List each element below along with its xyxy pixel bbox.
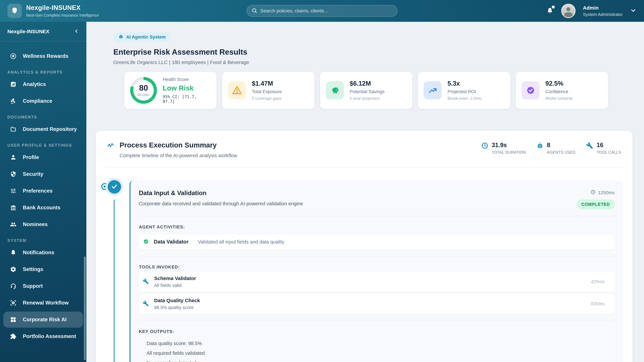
sidebar-item-label: Nominees bbox=[23, 221, 48, 227]
global-search[interactable] bbox=[246, 5, 398, 17]
user-role: System Administrator bbox=[583, 12, 622, 17]
stat-sub: Model certainty bbox=[546, 96, 573, 101]
sidebar-item-analytics[interactable]: Analytics bbox=[3, 76, 83, 92]
robot-icon bbox=[118, 34, 124, 40]
widgets-icon bbox=[10, 317, 16, 323]
metric-tool-calls: 16 TOOL CALLS bbox=[586, 142, 621, 155]
health-score-ring: 80 SCORE bbox=[130, 77, 157, 104]
verified-icon bbox=[522, 81, 540, 99]
headset-icon bbox=[10, 283, 16, 289]
metric-total-duration: 31.9s TOTAL DURATION bbox=[481, 142, 526, 155]
gear-icon bbox=[10, 266, 16, 273]
sidebar-item-compliance[interactable]: Compliance bbox=[3, 93, 83, 109]
app-name: Nexgile-INSUNEX bbox=[26, 4, 99, 11]
agent-row: Data Validator Validated all input field… bbox=[139, 234, 615, 249]
sidebar-section-documents: DOCUMENTS bbox=[8, 115, 86, 119]
divider bbox=[139, 321, 615, 321]
sidebar-item-document-repository[interactable]: Document Repository bbox=[3, 121, 83, 137]
person-icon bbox=[10, 154, 16, 161]
sidebar-scrollbar[interactable] bbox=[84, 256, 86, 360]
badge-label: AI Agentic System bbox=[126, 34, 166, 40]
sidebar-item-label: Bank Accounts bbox=[23, 205, 60, 211]
sidebar-item-label: Compliance bbox=[23, 98, 52, 104]
metric-agents-used: 8 AGENTS USED bbox=[536, 142, 576, 155]
stat-value: $1.47M bbox=[252, 80, 282, 87]
avatar[interactable] bbox=[561, 4, 576, 18]
health-score-caption: SCORE bbox=[138, 93, 150, 97]
sidebar-item-profile[interactable]: Profile bbox=[3, 149, 83, 165]
step-title: Data Input & Validation bbox=[139, 190, 303, 197]
risk-level-value: Low Risk bbox=[163, 84, 211, 92]
stat-value: $6.12M bbox=[350, 80, 385, 87]
sidebar-item-notifications[interactable]: Notifications bbox=[3, 245, 83, 261]
metric-value: 31.9s bbox=[492, 142, 526, 148]
sliders-icon bbox=[10, 188, 16, 194]
activity-icon bbox=[107, 141, 114, 158]
workflow-timeline: Data Input & Validation Corporate data r… bbox=[96, 168, 632, 362]
sidebar-item-label: Profile bbox=[23, 154, 39, 160]
stat-value: 92.5% bbox=[546, 80, 573, 87]
sidebar-brand: Nexgile-INSUNEX bbox=[8, 29, 49, 34]
sidebar-item-label: Analytics bbox=[23, 81, 46, 87]
stat-label: Projected ROI bbox=[448, 89, 482, 94]
notifications-button[interactable] bbox=[546, 7, 554, 15]
stat-card-total-exposure: $1.47M Total Exposure 5 coverage gaps bbox=[222, 71, 314, 109]
metric-label: TOOL CALLS bbox=[596, 150, 621, 155]
shield-icon bbox=[11, 7, 18, 15]
star-circle-icon bbox=[10, 53, 16, 59]
sidebar-item-corporate-risk-ai[interactable]: Corporate Risk AI bbox=[3, 312, 83, 328]
step-description: Corporate data received and validated th… bbox=[139, 201, 303, 206]
stat-card-health-score: 80 SCORE Health Score Low Risk 95% CI: [… bbox=[124, 71, 217, 109]
tool-row: Schema Validator All fields valid 420ms bbox=[139, 272, 615, 292]
sidebar-item-wellness-rewards[interactable]: Wellness Rewards bbox=[3, 48, 83, 64]
sidebar-section-analytics-reports: ANALYTICS & REPORTS bbox=[8, 70, 86, 75]
trending-up-icon bbox=[424, 81, 442, 99]
robot-icon bbox=[536, 142, 544, 155]
stat-value: 5.3x bbox=[448, 80, 482, 87]
sidebar-item-bank-accounts[interactable]: Bank Accounts bbox=[3, 200, 83, 216]
people-icon bbox=[10, 221, 16, 228]
sidebar-item-nominees[interactable]: Nominees bbox=[3, 216, 83, 232]
panel-subtitle: Complete timeline of the AI-powered anal… bbox=[120, 153, 237, 158]
sidebar-item-label: Preferences bbox=[23, 188, 53, 194]
stat-label: Confidence bbox=[546, 89, 573, 94]
search-input[interactable] bbox=[260, 8, 392, 13]
stat-card-potential-savings: $6.12M Potential Savings 5-year projecti… bbox=[320, 71, 412, 109]
tool-name: Schema Validator bbox=[154, 276, 196, 281]
step-card-data-input-validation: Data Input & Validation Corporate data r… bbox=[130, 180, 623, 362]
stat-label: Total Exposure bbox=[252, 89, 282, 94]
sidebar-item-preferences[interactable]: Preferences bbox=[3, 183, 83, 199]
sidebar-item-settings[interactable]: Settings bbox=[3, 261, 83, 277]
collapse-sidebar-button[interactable] bbox=[74, 29, 79, 34]
metric-value: 8 bbox=[547, 142, 576, 148]
sidebar-item-portfolio-assessment[interactable]: Portfolio Assessment bbox=[3, 328, 83, 345]
piggy-bank-icon bbox=[326, 81, 344, 99]
sidebar-item-renewal-workflow[interactable]: Renewal Workflow bbox=[3, 295, 83, 311]
cube-scan-icon bbox=[10, 300, 16, 306]
sidebar-item-support[interactable]: Support bbox=[3, 278, 83, 294]
tools-invoked-label: TOOLS INVOKED: bbox=[139, 265, 615, 270]
confidence-interval: 95% CI: [71.7, 87.7] bbox=[163, 94, 211, 104]
page-subtitle: GreenLife Organics LLC | 180 employees |… bbox=[113, 59, 632, 65]
wrench-icon bbox=[143, 278, 149, 285]
folder-icon bbox=[10, 126, 16, 132]
wrench-icon bbox=[586, 142, 593, 155]
agent-activities-label: AGENT ACTIVITIES: bbox=[139, 224, 615, 230]
tool-name: Data Quality Check bbox=[154, 298, 200, 303]
sidebar-item-label: Renewal Workflow bbox=[23, 300, 68, 306]
chevron-down-icon[interactable] bbox=[630, 7, 636, 14]
sidebar-item-security[interactable]: Security bbox=[3, 166, 83, 182]
sidebar-section-user-profile-settings: USER PROFILE & SETTINGS bbox=[8, 143, 86, 148]
sidebar-section-system: SYSTEM bbox=[8, 238, 86, 243]
puzzle-icon bbox=[10, 333, 16, 340]
check-icon bbox=[111, 183, 118, 191]
clock-icon bbox=[590, 190, 596, 196]
step-duration: 1250ms bbox=[598, 190, 615, 195]
step-completed-node bbox=[108, 180, 121, 194]
page-title: Enterprise Risk Assessment Results bbox=[113, 47, 632, 56]
timeline-connector bbox=[114, 200, 114, 362]
status-badge: COMPLETED bbox=[577, 199, 615, 209]
user-info[interactable]: Admin System Administrator bbox=[583, 5, 622, 17]
divider bbox=[139, 216, 615, 216]
stat-sub: 5 coverage gaps bbox=[252, 96, 282, 101]
